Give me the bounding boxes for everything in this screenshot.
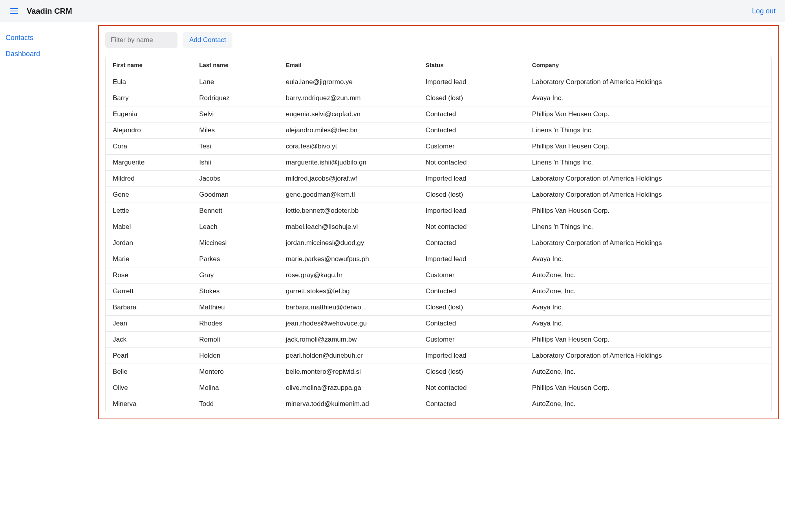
cell-status: Imported lead [419,74,525,90]
sidebar: Contacts Dashboard [0,22,98,426]
table-row[interactable]: BelleMonterobelle.montero@repiwid.siClos… [106,364,771,380]
cell-email: barbara.matthieu@derwo... [279,300,419,316]
cell-last: Leach [192,219,278,235]
cell-email: garrett.stokes@fef.bg [279,283,419,300]
cell-first: Gene [106,187,192,203]
cell-last: Montero [192,364,278,380]
cell-email: olive.molina@razuppa.ga [279,380,419,396]
cell-first: Belle [106,364,192,380]
table-row[interactable]: MildredJacobsmildred.jacobs@joraf.wfImpo… [106,171,771,187]
cell-last: Miles [192,122,278,139]
cell-email: rose.gray@kagu.hr [279,267,419,283]
cell-last: Selvi [192,106,278,122]
table-row[interactable]: JordanMiccinesijordan.miccinesi@duod.gyC… [106,235,771,251]
cell-status: Customer [419,332,525,348]
cell-first: Olive [106,380,192,396]
cell-email: jean.rhodes@wehovuce.gu [279,316,419,332]
cell-company: Avaya Inc. [525,316,771,332]
cell-last: Todd [192,396,278,412]
table-row[interactable]: MargueriteIshiimarguerite.ishii@judbilo.… [106,155,771,171]
table-row[interactable]: BarbaraMatthieubarbara.matthieu@derwo...… [106,300,771,316]
cell-email: eula.lane@jigrormo.ye [279,74,419,90]
cell-first: Barry [106,90,192,106]
cell-company: Avaya Inc. [525,300,771,316]
cell-first: Marie [106,251,192,267]
cell-status: Not contacted [419,219,525,235]
cell-status: Imported lead [419,171,525,187]
cell-last: Lane [192,74,278,90]
sidebar-item-contacts[interactable]: Contacts [5,30,93,46]
table-row[interactable]: JackRomolijack.romoli@zamum.bwCustomerPh… [106,332,771,348]
cell-last: Holden [192,348,278,364]
table-row[interactable]: GarrettStokesgarrett.stokes@fef.bgContac… [106,283,771,300]
cell-status: Closed (lost) [419,90,525,106]
table-row[interactable]: MabelLeachmabel.leach@lisohuje.viNot con… [106,219,771,235]
table-row[interactable]: PearlHoldenpearl.holden@dunebuh.crImport… [106,348,771,364]
cell-first: Garrett [106,283,192,300]
cell-company: Phillips Van Heusen Corp. [525,380,771,396]
cell-status: Not contacted [419,155,525,171]
cell-company: AutoZone, Inc. [525,267,771,283]
cell-status: Closed (lost) [419,187,525,203]
cell-email: jordan.miccinesi@duod.gy [279,235,419,251]
logout-link[interactable]: Log out [752,7,776,15]
cell-last: Matthieu [192,300,278,316]
cell-status: Imported lead [419,203,525,219]
col-header-email[interactable]: Email [279,56,419,74]
table-row[interactable]: JeanRhodesjean.rhodes@wehovuce.guContact… [106,316,771,332]
cell-email: barry.rodriquez@zun.mm [279,90,419,106]
cell-status: Imported lead [419,348,525,364]
cell-email: marie.parkes@nowufpus.ph [279,251,419,267]
cell-first: Jordan [106,235,192,251]
menu-icon[interactable] [9,6,19,16]
cell-last: Parkes [192,251,278,267]
cell-last: Goodman [192,187,278,203]
layout: Contacts Dashboard Add Contact [0,22,785,426]
header-left: Vaadin CRM [9,6,72,16]
cell-email: cora.tesi@bivo.yt [279,139,419,155]
col-header-status[interactable]: Status [419,56,525,74]
table-row[interactable]: CoraTesicora.tesi@bivo.ytCustomerPhillip… [106,139,771,155]
table-row[interactable]: BarryRodriquezbarry.rodriquez@zun.mmClos… [106,90,771,106]
table-row[interactable]: MinervaToddminerva.todd@kulmenim.adConta… [106,396,771,412]
table-row[interactable]: RoseGrayrose.gray@kagu.hrCustomerAutoZon… [106,267,771,283]
cell-company: Avaya Inc. [525,90,771,106]
table-body: EulaLaneeula.lane@jigrormo.yeImported le… [106,74,771,412]
cell-company: Laboratory Corporation of America Holdin… [525,171,771,187]
table-row[interactable]: OliveMolinaolive.molina@razuppa.gaNot co… [106,380,771,396]
filter-input[interactable] [105,32,177,48]
table-row[interactable]: GeneGoodmangene.goodman@kem.tlClosed (lo… [106,187,771,203]
table-row[interactable]: LettieBennettlettie.bennett@odeter.bbImp… [106,203,771,219]
cell-company: Avaya Inc. [525,251,771,267]
cell-last: Stokes [192,283,278,300]
cell-last: Ishii [192,155,278,171]
cell-status: Customer [419,267,525,283]
cell-first: Pearl [106,348,192,364]
cell-email: marguerite.ishii@judbilo.gn [279,155,419,171]
cell-first: Mildred [106,171,192,187]
cell-last: Jacobs [192,171,278,187]
col-header-first-name[interactable]: First name [106,56,192,74]
cell-company: Laboratory Corporation of America Holdin… [525,187,771,203]
table-row[interactable]: MarieParkesmarie.parkes@nowufpus.phImpor… [106,251,771,267]
cell-company: AutoZone, Inc. [525,283,771,300]
app-header: Vaadin CRM Log out [0,0,785,22]
table-row[interactable]: EugeniaSelvieugenia.selvi@capfad.vnConta… [106,106,771,122]
col-header-company[interactable]: Company [525,56,771,74]
app-title: Vaadin CRM [27,7,72,16]
cell-first: Eula [106,74,192,90]
table-header: First name Last name Email Status Compan… [106,56,771,74]
table-row[interactable]: AlejandroMilesalejandro.miles@dec.bnCont… [106,122,771,139]
cell-company: AutoZone, Inc. [525,396,771,412]
cell-last: Miccinesi [192,235,278,251]
contacts-table: First name Last name Email Status Compan… [106,56,771,412]
cell-first: Barbara [106,300,192,316]
cell-company: AutoZone, Inc. [525,364,771,380]
table-row[interactable]: EulaLaneeula.lane@jigrormo.yeImported le… [106,74,771,90]
cell-last: Romoli [192,332,278,348]
add-contact-button[interactable]: Add Contact [183,32,232,48]
sidebar-item-dashboard[interactable]: Dashboard [5,46,93,62]
col-header-last-name[interactable]: Last name [192,56,278,74]
cell-first: Alejandro [106,122,192,139]
cell-company: Linens 'n Things Inc. [525,219,771,235]
